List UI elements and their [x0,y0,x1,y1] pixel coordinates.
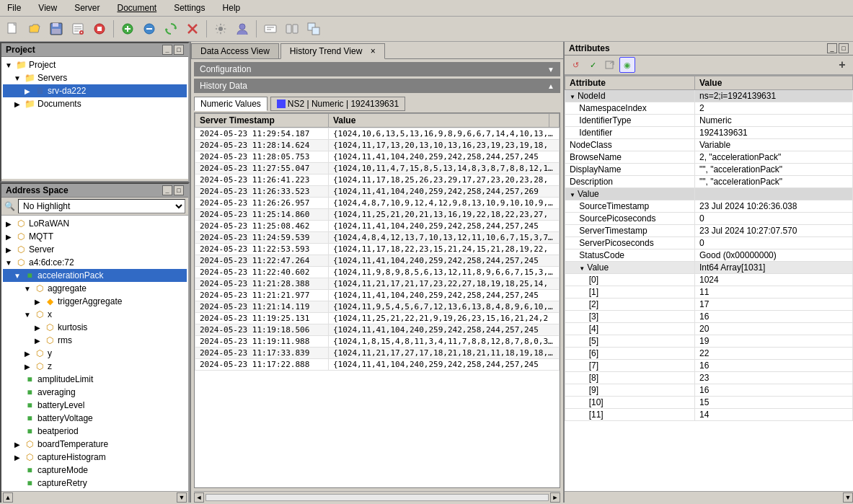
tree-rms[interactable]: ▶ ⬡ rms [3,334,187,347]
tree-aggregate[interactable]: ▼ ⬡ aggregate [3,282,187,295]
tree-averaging[interactable]: ■ averaging [3,386,187,399]
expand-kurtosis[interactable]: ▶ [33,324,42,332]
tree-accpack[interactable]: ▼ ■ accelerationPack [3,269,187,282]
tree-batteryvoltage[interactable]: ■ batteryVoltage [3,412,187,425]
tree-project[interactable]: ▼ 📁 Project [3,58,187,71]
attr-monitor-btn[interactable]: ◉ [619,57,635,73]
list-item[interactable]: ▼Value [565,188,853,200]
tree-capturemode[interactable]: ■ captureMode [3,464,187,477]
list-item[interactable]: StatusCodeGood (0x00000000) [565,249,853,262]
list-item[interactable]: SourceTimestamp23 Jul 2024 10:26:36.038 [565,200,853,213]
tree-batterylevel[interactable]: ■ batteryLevel [3,399,187,412]
table-row[interactable]: 2024-05-23 11:19:11.988{1024,1,8,15,4,8,… [195,336,560,348]
addr-scroll-down[interactable]: ▼ [177,492,187,503]
attr-browse-btn[interactable] [602,57,618,73]
table-row[interactable]: 2024-05-23 11:21:28.388{1024,11,21,17,21… [195,278,560,290]
subtab-numeric[interactable]: Numeric Values [194,97,268,111]
table-row[interactable]: 2024-05-23 11:28:05.753{1024,11,41,104,2… [195,151,560,163]
table-row[interactable]: 2024-05-23 11:26:26.957{1024,4,8,7,10,9,… [195,198,560,209]
addr-minimize[interactable]: _ [162,185,172,195]
expand-accpack[interactable]: ▼ [13,272,22,280]
hscroll-track[interactable] [205,494,549,501]
stop-button[interactable] [89,19,110,39]
attr-maximize[interactable]: □ [839,43,849,53]
remove-button[interactable] [139,19,159,39]
tree-y[interactable]: ▶ ⬡ y [3,347,187,360]
tree-device[interactable]: ▼ ⬡ a4:6d:ce:72 [3,256,187,269]
table-row[interactable]: 2024-05-23 11:17:22.888{1024,11,41,104,2… [195,359,560,371]
list-item[interactable]: ▼ValueInt64 Array[1031] [565,262,853,274]
menu-settings[interactable]: Settings [169,1,209,14]
table-row[interactable]: 2024-05-23 11:29:54.187{1024,10,6,13,5,1… [195,128,560,140]
menu-view[interactable]: View [34,1,61,14]
list-item[interactable]: DisplayName"", "accelerationPack" [565,164,853,176]
list-item[interactable]: [10]15 [565,397,853,409]
expand-project[interactable]: ▼ [4,61,13,69]
expand-aggregate[interactable]: ▼ [23,285,32,293]
expand-lorawan[interactable]: ▶ [4,220,13,228]
subtab-tag[interactable]: NS2 | Numeric | 1924139631 [270,97,405,111]
project-minimize[interactable]: _ [162,45,172,55]
config-button[interactable] [211,19,231,39]
expand-y[interactable]: ▶ [23,350,32,358]
attr-refresh-btn[interactable]: ↺ [567,57,583,73]
tree-documents[interactable]: ▶ 📁 Documents [3,97,187,110]
expand-docs[interactable]: ▶ [13,100,22,108]
tree-srv-da222[interactable]: ▶ 🖥 srv-da222 [3,84,187,97]
list-item[interactable]: ServerPicoseconds0 [565,237,853,249]
highlight-select[interactable]: No Highlight [18,199,185,213]
expand-rms[interactable]: ▶ [33,337,42,345]
list-item[interactable]: [8]23 [565,372,853,384]
attr-minimize[interactable]: _ [827,43,837,53]
new-button[interactable] [3,19,23,39]
connect-button[interactable] [260,19,280,39]
expand-boardtemp[interactable]: ▶ [13,441,22,448]
attr-add-btn[interactable]: + [834,57,850,73]
save-button[interactable] [46,19,66,39]
table-row[interactable]: 2024-05-23 11:19:25.131{1024,11,25,21,22… [195,313,560,324]
expand-server[interactable]: ▶ [4,246,13,254]
table-row[interactable]: 2024-05-23 11:21:21.977{1024,11,41,104,2… [195,290,560,301]
list-item[interactable]: [11]14 [565,409,853,421]
list-item[interactable]: Description"", "accelerationPack" [565,176,853,188]
tree-amplitudelimit[interactable]: ■ amplitudeLimit [3,373,187,386]
menu-help[interactable]: Help [218,1,245,14]
list-item[interactable]: [9]16 [565,384,853,397]
tree-captureretry[interactable]: ■ captureRetry [3,477,187,490]
hscroll-right[interactable]: ► [550,492,560,503]
disconnect-button[interactable] [282,19,302,39]
expand-mqtt[interactable]: ▶ [4,233,13,241]
list-item[interactable]: [0]1024 [565,274,853,286]
table-row[interactable]: 2024-05-23 11:25:14.860{1024,11,25,21,20… [195,209,560,221]
list-item[interactable]: [2]17 [565,299,853,311]
menu-server[interactable]: Server [70,1,104,14]
list-item[interactable]: ServerTimestamp23 Jul 2024 10:27:07.570 [565,225,853,237]
add-button[interactable] [118,19,138,39]
table-row[interactable]: 2024-05-23 11:26:41.223{1024,11,17,18,25… [195,174,560,186]
menu-file[interactable]: File [3,1,25,14]
table-row[interactable]: 2024-05-23 11:28:14.624{1024,11,17,13,20… [195,140,560,151]
list-item[interactable]: Identifier1924139631 [565,127,853,139]
tree-server[interactable]: ▶ ⬡ Server [3,243,187,256]
expand-trigger[interactable]: ▶ [33,298,42,306]
tree-boardtemp[interactable]: ▶ ⬡ boardTemperature [3,438,187,451]
table-row[interactable]: 2024-05-23 11:22:40.602{1024,11,9,8,9,8,… [195,267,560,278]
expand-servers[interactable]: ▼ [13,74,22,82]
refresh-button[interactable] [161,19,181,39]
project-maximize[interactable]: □ [174,45,184,55]
table-row[interactable]: 2024-05-23 11:27:55.047{1024,10,11,4,7,1… [195,163,560,174]
delete-button[interactable] [182,19,203,39]
tab-history-trend[interactable]: History Trend View × [280,43,385,59]
list-item[interactable]: [7]16 [565,360,853,372]
table-row[interactable]: 2024-05-23 11:26:33.523{1024,11,41,104,2… [195,186,560,198]
tree-x[interactable]: ▼ ⬡ x [3,308,187,321]
tab-data-access[interactable]: Data Access View [191,43,279,58]
expand-x[interactable]: ▼ [23,311,32,319]
addr-scroll-up[interactable]: ▲ [3,492,13,503]
tab-close-btn[interactable]: × [371,46,376,56]
list-item[interactable]: [3]16 [565,311,853,323]
list-item[interactable]: NamespaceIndex2 [565,102,853,115]
list-item[interactable]: BrowseName2, "accelerationPack" [565,151,853,164]
expand-srv[interactable]: ▶ [23,87,32,95]
tree-mqtt[interactable]: ▶ ⬡ MQTT [3,230,187,243]
